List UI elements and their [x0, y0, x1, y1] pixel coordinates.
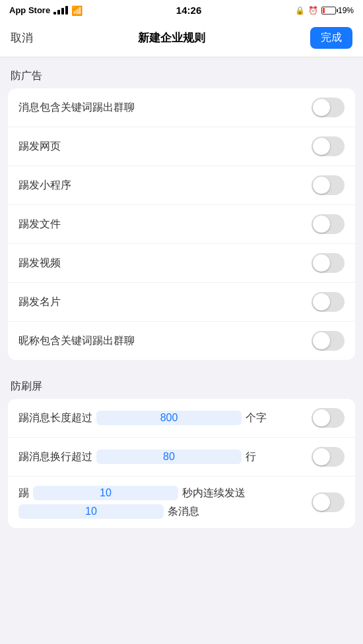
row-kick-newlines: 踢消息换行超过行 [8, 438, 355, 477]
toggle-kick-long-msg[interactable] [312, 408, 345, 428]
input-kick-long-msg[interactable] [96, 411, 242, 425]
row-kick-long-msg: 踢消息长度超过个字 [8, 399, 355, 438]
text-pre-kick-rapid: 踢 [18, 486, 29, 500]
toggle-kick-rapid[interactable] [312, 492, 345, 512]
cancel-button[interactable]: 取消 [11, 30, 33, 45]
toggle-kick-file[interactable] [312, 214, 345, 234]
label-kick-rapid: 踢秒内连续发送条消息 [18, 486, 312, 519]
input2-kick-rapid[interactable] [18, 504, 164, 519]
battery-container: 19% [321, 6, 354, 15]
row-kick-video: 踢发视频 [8, 244, 355, 283]
toggle-keyword-kick[interactable] [312, 98, 345, 117]
toggle-kick-card[interactable] [312, 292, 345, 312]
row-kick-card: 踢发名片 [8, 283, 355, 322]
text-post-kick-newlines: 行 [246, 450, 256, 464]
label-kick-newlines: 踢消息换行超过行 [18, 450, 312, 464]
text-post-kick-rapid: 条消息 [168, 505, 199, 519]
text-pre-kick-newlines: 踢消息换行超过 [18, 450, 92, 464]
section-header-anti-ad: 防广告 [0, 57, 363, 88]
card-group-anti-ad: 消息包含关键词踢出群聊踢发网页踢发小程序踢发文件踢发视频踢发名片昵称包含关键词踢… [8, 88, 355, 360]
page-title: 新建企业规则 [138, 30, 205, 45]
row-kick-miniapp: 踢发小程序 [8, 166, 355, 205]
alarm-icon: ⏰ [308, 6, 318, 15]
label-kick-miniapp: 踢发小程序 [18, 179, 312, 192]
label-kick-video: 踢发视频 [18, 256, 312, 270]
nav-bar: 取消 新建企业规则 完成 [0, 20, 363, 57]
label-keyword-kick: 消息包含关键词踢出群聊 [18, 101, 312, 115]
row-kick-webpage: 踢发网页 [8, 127, 355, 166]
toggle-kick-video[interactable] [312, 253, 345, 273]
label-kick-file: 踢发文件 [18, 218, 312, 231]
label-kick-card: 踢发名片 [18, 295, 312, 309]
text-mid-kick-rapid: 秒内连续发送 [182, 486, 246, 500]
input1-kick-rapid[interactable] [33, 486, 178, 500]
status-time: 14:26 [176, 5, 201, 16]
row-kick-file: 踢发文件 [8, 205, 355, 244]
label-nickname-kick: 昵称包含关键词踢出群聊 [18, 334, 312, 348]
label-kick-webpage: 踢发网页 [18, 140, 312, 154]
toggle-kick-miniapp[interactable] [312, 175, 345, 195]
signal-bar-1 [53, 12, 56, 15]
signal-bar-4 [65, 6, 68, 15]
signal-bar-3 [61, 8, 64, 15]
battery-pct: 19% [338, 6, 354, 15]
text-pre-kick-long-msg: 踢消息长度超过 [18, 411, 92, 425]
row-keyword-kick: 消息包含关键词踢出群聊 [8, 88, 355, 127]
battery-fill [323, 8, 325, 13]
card-group-anti-spam: 踢消息长度超过个字踢消息换行超过行踢秒内连续发送条消息 [8, 399, 355, 528]
signal-bar-2 [57, 10, 60, 15]
signal-bars [53, 6, 68, 15]
status-left: App Store 📶 [9, 5, 82, 16]
status-right: 🔒 ⏰ 19% [295, 6, 354, 15]
toggle-kick-newlines[interactable] [312, 447, 345, 467]
row-nickname-kick: 昵称包含关键词踢出群聊 [8, 322, 355, 360]
text-post-kick-long-msg: 个字 [246, 411, 267, 425]
lock-icon: 🔒 [295, 6, 305, 15]
wifi-icon: 📶 [71, 5, 82, 16]
input-kick-newlines[interactable] [96, 450, 242, 464]
status-bar: App Store 📶 14:26 🔒 ⏰ 19% [0, 0, 363, 20]
content: 防广告消息包含关键词踢出群聊踢发网页踢发小程序踢发文件踢发视频踢发名片昵称包含关… [0, 57, 363, 528]
toggle-nickname-kick[interactable] [312, 331, 345, 351]
label-kick-long-msg: 踢消息长度超过个字 [18, 411, 312, 425]
done-button[interactable]: 完成 [310, 27, 352, 49]
app-store-label: App Store [9, 5, 50, 15]
toggle-kick-webpage[interactable] [312, 136, 345, 156]
battery-icon [321, 7, 336, 15]
row-kick-rapid: 踢秒内连续发送条消息 [8, 477, 355, 528]
section-header-anti-spam: 防刷屏 [0, 368, 363, 399]
